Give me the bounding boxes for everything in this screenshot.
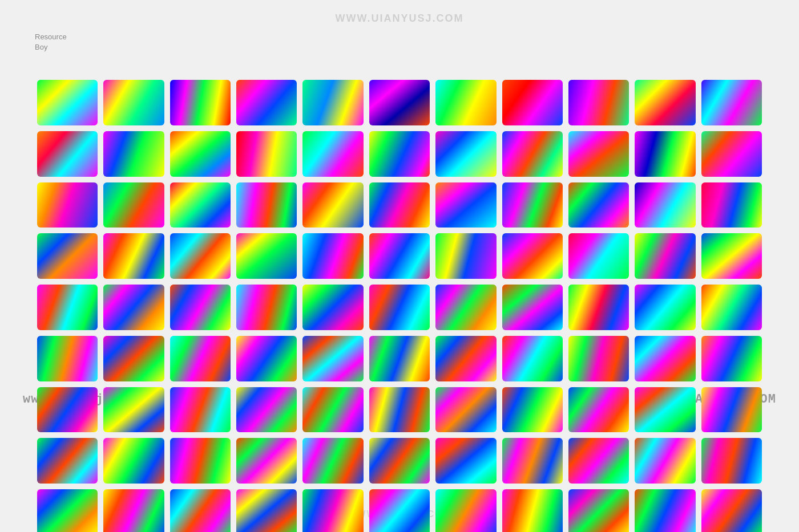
gradient-card[interactable] <box>302 285 363 330</box>
gradient-card[interactable] <box>37 182 98 228</box>
gradient-card[interactable] <box>302 387 363 433</box>
gradient-card[interactable] <box>502 131 563 177</box>
gradient-card[interactable] <box>701 336 762 381</box>
gradient-card[interactable] <box>502 285 563 330</box>
gradient-card[interactable] <box>701 131 762 177</box>
gradient-card[interactable] <box>369 336 430 381</box>
gradient-card[interactable] <box>568 336 629 381</box>
gradient-card[interactable] <box>103 182 164 228</box>
gradient-card[interactable] <box>701 233 762 279</box>
gradient-card[interactable] <box>103 489 164 532</box>
gradient-card[interactable] <box>435 489 496 532</box>
gradient-card[interactable] <box>37 489 98 532</box>
gradient-card[interactable] <box>103 233 164 279</box>
gradient-card[interactable] <box>103 80 164 125</box>
gradient-card[interactable] <box>635 438 695 484</box>
gradient-card[interactable] <box>435 387 496 433</box>
gradient-card[interactable] <box>701 387 762 433</box>
gradient-card[interactable] <box>369 489 430 532</box>
gradient-card[interactable] <box>302 336 363 381</box>
gradient-card[interactable] <box>369 438 430 484</box>
gradient-card[interactable] <box>568 233 629 279</box>
gradient-card[interactable] <box>701 285 762 330</box>
gradient-card[interactable] <box>37 336 98 381</box>
gradient-card[interactable] <box>37 438 98 484</box>
gradient-card[interactable] <box>568 80 629 125</box>
gradient-card[interactable] <box>701 80 762 125</box>
gradient-card[interactable] <box>435 233 496 279</box>
gradient-card[interactable] <box>635 182 695 228</box>
gradient-card[interactable] <box>369 182 430 228</box>
gradient-card[interactable] <box>170 336 231 381</box>
gradient-card[interactable] <box>502 233 563 279</box>
gradient-card[interactable] <box>37 131 98 177</box>
gradient-card[interactable] <box>103 285 164 330</box>
gradient-card[interactable] <box>435 438 496 484</box>
gradient-card[interactable] <box>236 131 297 177</box>
gradient-card[interactable] <box>170 182 231 228</box>
gradient-card[interactable] <box>236 438 297 484</box>
gradient-card[interactable] <box>701 489 762 532</box>
gradient-card[interactable] <box>502 438 563 484</box>
gradient-card[interactable] <box>37 285 98 330</box>
gradient-card[interactable] <box>236 182 297 228</box>
gradient-card[interactable] <box>170 438 231 484</box>
gradient-card[interactable] <box>236 489 297 532</box>
gradient-card[interactable] <box>170 489 231 532</box>
gradient-card[interactable] <box>568 387 629 433</box>
gradient-card[interactable] <box>302 182 363 228</box>
gradient-card[interactable] <box>369 233 430 279</box>
gradient-card[interactable] <box>236 285 297 330</box>
gradient-card[interactable] <box>302 131 363 177</box>
gradient-card[interactable] <box>302 489 363 532</box>
gradient-card[interactable] <box>170 387 231 433</box>
gradient-card[interactable] <box>369 80 430 125</box>
gradient-card[interactable] <box>236 336 297 381</box>
gradient-card[interactable] <box>37 80 98 125</box>
gradient-card[interactable] <box>701 182 762 228</box>
gradient-card[interactable] <box>170 131 231 177</box>
gradient-card[interactable] <box>568 489 629 532</box>
gradient-card[interactable] <box>435 285 496 330</box>
gradient-card[interactable] <box>635 489 695 532</box>
watermark-top: WWW.UIANYUSJ.COM <box>336 13 464 25</box>
gradient-card[interactable] <box>369 131 430 177</box>
gradient-card[interactable] <box>635 80 695 125</box>
gradient-card[interactable] <box>435 336 496 381</box>
gradient-card[interactable] <box>369 285 430 330</box>
gradient-card[interactable] <box>302 438 363 484</box>
gradient-card[interactable] <box>502 489 563 532</box>
gradient-card[interactable] <box>170 80 231 125</box>
gradient-card[interactable] <box>170 233 231 279</box>
gradient-card[interactable] <box>502 387 563 433</box>
gradient-card[interactable] <box>568 131 629 177</box>
gradient-card[interactable] <box>502 336 563 381</box>
gradient-card[interactable] <box>302 80 363 125</box>
gradient-card[interactable] <box>369 387 430 433</box>
gradient-card[interactable] <box>502 182 563 228</box>
gradient-card[interactable] <box>103 438 164 484</box>
gradient-card[interactable] <box>236 80 297 125</box>
gradient-card[interactable] <box>502 80 563 125</box>
gradient-card[interactable] <box>435 182 496 228</box>
gradient-card[interactable] <box>568 182 629 228</box>
gradient-card[interactable] <box>635 336 695 381</box>
gradient-card[interactable] <box>635 233 695 279</box>
gradient-card[interactable] <box>170 285 231 330</box>
gradient-card[interactable] <box>568 438 629 484</box>
gradient-card[interactable] <box>236 387 297 433</box>
gradient-card[interactable] <box>635 131 695 177</box>
gradient-card[interactable] <box>435 131 496 177</box>
gradient-card[interactable] <box>635 387 695 433</box>
gradient-card[interactable] <box>103 336 164 381</box>
gradient-card[interactable] <box>37 233 98 279</box>
gradient-card[interactable] <box>568 285 629 330</box>
gradient-card[interactable] <box>701 438 762 484</box>
gradient-card[interactable] <box>435 80 496 125</box>
gradient-card[interactable] <box>635 285 695 330</box>
gradient-card[interactable] <box>103 131 164 177</box>
gradient-card[interactable] <box>103 387 164 433</box>
gradient-card[interactable] <box>302 233 363 279</box>
gradient-card[interactable] <box>37 387 98 433</box>
gradient-card[interactable] <box>236 233 297 279</box>
